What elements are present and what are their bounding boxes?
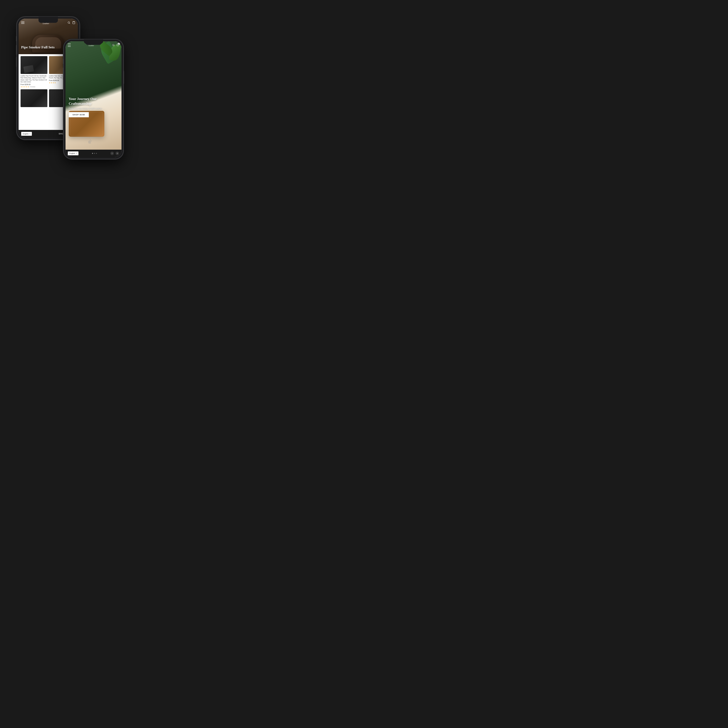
svg-text:LWA: LWA xyxy=(90,43,93,44)
hero-text-overlay: Your Journey Our Craftsmanship Experienc… xyxy=(69,96,118,117)
phone-hero: LWA Leather xyxy=(64,39,124,159)
hero-subtext: Experience the Artistry of LWA Leather. xyxy=(69,107,118,110)
cart-icon[interactable] xyxy=(72,21,75,24)
carousel-dot-2[interactable] xyxy=(94,153,95,154)
product-card[interactable]: Leather Pipe Pouch Full Set, Handmade Pi… xyxy=(21,56,47,88)
shop-now-button[interactable]: SHOP NOW xyxy=(69,112,89,117)
listing-page-title: Pipe Smoker Full Sets xyxy=(21,45,55,49)
nav-action-icons xyxy=(67,21,75,24)
search-icon[interactable] xyxy=(112,44,115,46)
svg-point-7 xyxy=(112,44,114,46)
power-button xyxy=(124,71,124,84)
leather-roll-image xyxy=(32,35,64,53)
apple-logo-decoration xyxy=(88,139,92,145)
svg-line-8 xyxy=(114,46,115,46)
star-icon: ★ xyxy=(28,86,29,88)
vol-down-button xyxy=(16,57,17,67)
vol-down-button xyxy=(63,80,64,89)
star-icon: ★ xyxy=(53,82,54,84)
svg-text:LWA: LWA xyxy=(44,20,48,22)
vol-up-button xyxy=(63,67,64,77)
star-icon: ★ xyxy=(54,82,56,84)
hamburger-menu[interactable] xyxy=(68,43,71,47)
cart-wrapper: 0 xyxy=(117,43,119,47)
search-icon[interactable] xyxy=(67,21,70,24)
chevron-down-icon: ▾ xyxy=(76,153,77,154)
svg-text:Leather: Leather xyxy=(42,22,49,24)
apple-svg xyxy=(88,139,92,144)
chevron-down-icon: ▾ xyxy=(30,133,30,135)
product-image-1 xyxy=(21,56,47,74)
language-selector[interactable]: English ▾ xyxy=(21,132,32,136)
star-icon: ★ xyxy=(49,82,50,84)
footer-icon-2[interactable]: ⊕ xyxy=(116,151,119,155)
logo-svg: LWA Leather xyxy=(87,41,96,48)
vol-up-button xyxy=(16,45,17,55)
hero-footer: English ▾ ⊙ ⊕ xyxy=(66,150,121,157)
hamburger-line xyxy=(68,46,71,47)
svg-point-2 xyxy=(68,22,70,23)
svg-line-3 xyxy=(69,23,70,24)
product-card[interactable] xyxy=(21,89,47,108)
language-label: English xyxy=(23,133,29,135)
footer-icon-1[interactable]: ⊙ xyxy=(110,151,114,155)
hamburger-line xyxy=(21,23,24,24)
product-rating-1: ★ ★ ★ ★ ★ 6 reviews xyxy=(21,86,47,88)
brand-logo[interactable]: LWA Leather xyxy=(87,41,96,49)
logo-svg: LWA Leather xyxy=(41,19,51,25)
brand-logo[interactable]: LWA Leather xyxy=(41,19,51,26)
star-icon: ★ xyxy=(22,86,24,88)
hamburger-line xyxy=(21,21,24,22)
product-name-1: Leather Pipe Pouch Full Set, Handmade Pi… xyxy=(21,75,47,83)
carousel-dot-1[interactable] xyxy=(92,153,93,154)
cart-badge: 0 xyxy=(118,43,120,44)
product-image-3 xyxy=(21,89,47,107)
language-selector[interactable]: English ▾ xyxy=(68,151,78,155)
silent-button xyxy=(16,36,17,41)
hero-headline: Your Journey Our Craftsmanship xyxy=(69,96,118,106)
hero-background: LWA Leather xyxy=(66,41,121,150)
carousel-dot-3[interactable] xyxy=(96,153,97,154)
hamburger-line xyxy=(21,23,24,23)
nav-action-icons: 0 xyxy=(112,43,119,47)
footer-action-icons: ⊙ ⊕ xyxy=(110,151,119,155)
carousel-dots xyxy=(92,153,97,154)
review-count-1: 6 reviews xyxy=(30,86,35,87)
scene: LWA Leather xyxy=(10,10,172,172)
star-icon: ★ xyxy=(51,82,52,84)
silent-button xyxy=(63,59,64,64)
language-label: English xyxy=(69,152,75,154)
listing-nav: LWA Leather xyxy=(18,18,78,27)
star-icon: ★ xyxy=(24,86,26,88)
hamburger-menu[interactable] xyxy=(21,21,24,24)
product-price-1: From $199.00 xyxy=(21,84,47,86)
star-icon: ★ xyxy=(26,86,28,88)
hero-nav: LWA Leather xyxy=(66,41,121,49)
star-icon: ★ xyxy=(21,86,22,88)
svg-text:Leather: Leather xyxy=(88,44,94,46)
hamburger-line xyxy=(68,43,71,44)
hamburger-line xyxy=(68,45,71,45)
hero-screen: LWA Leather xyxy=(66,41,121,157)
